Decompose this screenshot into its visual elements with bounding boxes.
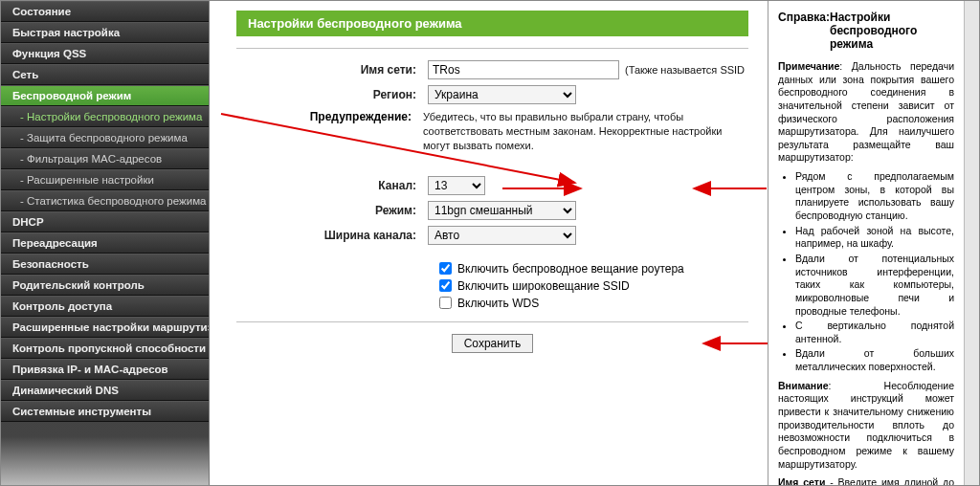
main-panel: Настройки беспроводного режима Имя сети:…	[210, 1, 768, 485]
sidebar-item-18[interactable]: Динамический DNS	[1, 380, 209, 401]
sidebar-item-15[interactable]: Расширенные настройки маршрутизации	[1, 317, 209, 338]
sidebar-item-8[interactable]: - Расширенные настройки	[1, 169, 209, 190]
mode-select[interactable]: 11bgn смешанный	[428, 201, 576, 220]
channel-label: Канал:	[236, 179, 428, 192]
warning-text: Убедитесь, что вы правильно выбрали стра…	[423, 110, 748, 153]
help-panel: Справка:Настройки беспроводного режима П…	[768, 1, 964, 485]
sidebar-item-16[interactable]: Контроль пропускной способности	[1, 338, 209, 359]
sidebar-item-4[interactable]: Беспроводной режим	[1, 85, 209, 106]
help-title-b: Настройки беспроводного режима	[830, 11, 954, 51]
ssid-input[interactable]	[428, 60, 619, 79]
sidebar-item-6[interactable]: - Защита беспроводного режима	[1, 127, 209, 148]
sidebar-item-2[interactable]: Функция QSS	[1, 43, 209, 64]
sidebar-item-1[interactable]: Быстрая настройка	[1, 22, 209, 43]
divider	[236, 48, 748, 49]
sidebar-item-19[interactable]: Системные инструменты	[1, 401, 209, 422]
enable-ssid-broadcast-checkbox[interactable]	[439, 279, 452, 292]
sidebar-item-14[interactable]: Контроль доступа	[1, 296, 209, 317]
sidebar-item-7[interactable]: - Фильтрация MAC-адресов	[1, 148, 209, 169]
page-title: Настройки беспроводного режима	[236, 11, 748, 36]
width-label: Ширина канала:	[236, 229, 428, 242]
enable-wireless-label: Включить беспроводное вещание роутера	[457, 262, 684, 276]
channel-select[interactable]: 13	[428, 176, 485, 195]
mode-label: Режим:	[236, 204, 428, 217]
enable-wds-label: Включить WDS	[457, 297, 539, 310]
sidebar-item-9[interactable]: - Статистика беспроводного режима	[1, 190, 209, 211]
enable-ssid-broadcast-label: Включить широковещание SSID	[457, 279, 630, 293]
enable-wds-checkbox[interactable]	[439, 297, 452, 309]
divider	[236, 321, 748, 322]
ssid-label: Имя сети:	[236, 63, 428, 77]
save-button[interactable]: Сохранить	[452, 334, 534, 353]
region-label: Регион:	[236, 88, 428, 101]
sidebar-item-12[interactable]: Безопасность	[1, 254, 209, 275]
region-select[interactable]: Украина	[428, 85, 576, 104]
sidebar-item-13[interactable]: Родительский контроль	[1, 275, 209, 296]
ssid-also-label: (Также называется SSID	[625, 64, 745, 76]
sidebar-item-11[interactable]: Переадресация	[1, 232, 209, 254]
sidebar-item-0[interactable]: Состояние	[1, 1, 209, 22]
scrollbar[interactable]	[964, 1, 979, 485]
sidebar-item-5[interactable]: - Настройки беспроводного режима	[1, 106, 209, 127]
sidebar-item-3[interactable]: Сеть	[1, 64, 209, 85]
sidebar-item-17[interactable]: Привязка IP- и MAC-адресов	[1, 359, 209, 380]
sidebar: СостояниеБыстрая настройкаФункция QSSСет…	[1, 1, 210, 485]
help-title-a: Справка:	[778, 11, 830, 51]
width-select[interactable]: Авто	[428, 226, 576, 245]
enable-wireless-checkbox[interactable]	[439, 262, 452, 275]
warning-label: Предупреждение:	[236, 110, 423, 153]
sidebar-item-10[interactable]: DHCP	[1, 211, 209, 232]
